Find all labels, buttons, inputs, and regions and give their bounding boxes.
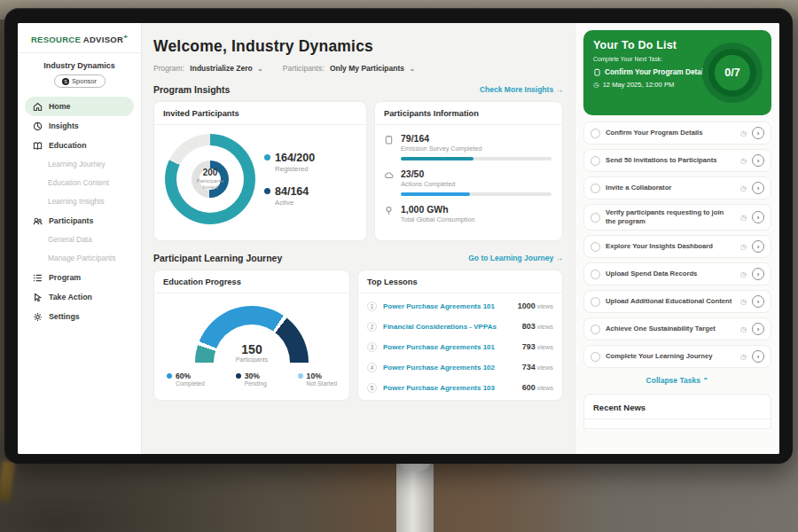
task-row[interactable]: Send 50 Invitations to Participants ◷ › [583,149,771,172]
legend-label: Active [275,199,309,207]
main-content: Welcome, Industry Dynamics Program: Indu… [142,23,575,454]
lesson-link[interactable]: Power Purchase Agreements 102 [383,364,516,372]
invited-participants-card: Invited Participants 200 Participants In… [153,101,367,241]
lesson-rank: 3 [367,342,377,352]
task-label: Confirm Your Program Details [606,129,735,137]
legend-dot-active [264,188,270,194]
sidebar-item-participants[interactable]: Participants [18,211,141,231]
task-checkbox[interactable] [591,352,600,362]
clock-icon: ◷ [740,214,747,222]
lesson-views-count: 793 [522,342,536,351]
task-row[interactable]: Achieve One Sustainability Target ◷ › [583,317,771,340]
gauge-center-value: 150 [195,342,309,356]
legend-label: Completed [176,380,205,387]
views-suffix: views [537,384,553,392]
donut-legend: 164/200 Registered 84/164 Active [264,152,315,207]
views-suffix: views [537,323,553,331]
participants-filter[interactable]: Participants: Only My Participants ⌄ [283,64,415,73]
chevron-right-button[interactable]: › [752,295,764,308]
sidebar-item-label: Home [49,102,70,111]
stat-row: 1,000 GWh Total Global Consumption [375,196,562,223]
task-row[interactable]: Complete Your Learning Journey ◷ › [583,345,771,368]
education-gauge-chart: 150 Participants [195,306,309,363]
task-checkbox[interactable] [591,270,600,279]
donut-center-label: Participants Invited [192,178,228,191]
sidebar-item-learning-journey[interactable]: Learning Journey [18,155,141,174]
lesson-views-count: 1000 [518,301,536,310]
sidebar-item-insights[interactable]: Insights [18,116,141,136]
arrow-right-icon: → [556,254,564,262]
task-checkbox[interactable] [591,297,600,307]
org-name: Industry Dynamics [18,61,141,70]
task-row[interactable]: Upload Additional Educational Content ◷ … [583,290,771,313]
task-label: Achieve One Sustainability Target [606,325,735,333]
task-row[interactable]: Verify participants requesting to join t… [583,204,771,231]
chevron-right-button[interactable]: › [752,127,764,139]
task-checkbox[interactable] [591,184,600,193]
sponsor-badge: S Sponsor [54,74,106,88]
clock-icon: ◷ [740,298,747,306]
task-row[interactable]: Invite a Collaborator ◷ › [583,176,771,200]
sidebar-item-education[interactable]: Education [18,136,141,155]
sidebar-item-education-content[interactable]: Education Content [18,174,141,192]
chevron-right-button[interactable]: › [752,350,764,363]
sidebar-item-label: Insights [49,121,79,130]
sidebar-item-general-data[interactable]: General Data [18,231,141,249]
chevron-right-button[interactable]: › [752,211,764,223]
lesson-rank: 5 [367,383,377,393]
lesson-link[interactable]: Power Purchase Agreements 101 [383,343,516,351]
task-checkbox[interactable] [591,129,600,138]
go-to-learning-journey-link[interactable]: Go to Learning Journey → [468,254,563,262]
home-icon [33,102,43,112]
legend-value: 84/164 [275,185,309,198]
chevron-right-button[interactable]: › [752,323,764,335]
legend-dot-completed [167,373,172,379]
chevron-right-button[interactable]: › [752,240,764,253]
logo-text-resource: RESOURCE [31,35,81,44]
sidebar-item-label: Education [49,141,87,150]
lesson-rank: 1 [367,301,377,311]
lesson-link[interactable]: Financial Considerations - VPPAs [383,323,516,331]
people-icon [33,216,43,226]
stat-row: 79/164 Emission Survey Completed [375,125,562,160]
lesson-views-count: 600 [522,383,536,392]
lesson-rank: 4 [367,363,377,372]
lightbulb-icon [384,206,394,223]
learning-cards-row: Education Progress 150 Participants 60% [153,270,563,401]
chevron-right-button[interactable]: › [752,268,764,280]
sidebar-item-settings[interactable]: Settings [18,307,141,326]
clipboard-icon [384,135,394,160]
sidebar-item-home[interactable]: Home [25,97,134,116]
task-checkbox[interactable] [591,156,600,166]
participants-filter-value: Only My Participants [330,64,404,73]
chevron-right-button[interactable]: › [752,182,764,194]
task-row[interactable]: Upload Spend Data Records ◷ › [583,262,771,286]
chevron-up-icon: ⌃ [702,376,708,385]
legend-value: 10% [307,372,337,380]
todo-due-date-label: 12 May 2025, 12:00 PM [603,81,675,89]
lesson-views-count: 803 [522,322,536,331]
collapse-tasks-link[interactable]: Collapse Tasks ⌃ [583,372,771,392]
lesson-link[interactable]: Power Purchase Agreements 103 [383,384,516,392]
task-row[interactable]: Confirm Your Program Details ◷ › [583,121,771,145]
program-filter-value: Industrialize Zero [190,64,252,73]
check-more-insights-link[interactable]: Check More Insights → [480,85,563,94]
program-filter[interactable]: Program: Industrialize Zero ⌄ [153,64,263,73]
legend-dot-not-started [298,373,303,379]
invited-donut-chart: 200 Participants Invited [165,134,255,224]
stat-value: 79/164 [401,133,552,144]
sidebar-item-manage-participants[interactable]: Manage Participants [18,249,141,268]
sidebar-item-take-action[interactable]: Take Action [18,287,141,307]
participants-filter-label: Participants: [283,64,325,73]
clipboard-icon [593,68,601,76]
views-suffix: views [537,343,553,351]
task-checkbox[interactable] [591,325,600,334]
task-checkbox[interactable] [591,242,600,252]
chevron-right-button[interactable]: › [752,154,764,167]
lesson-link[interactable]: Power Purchase Agreements 101 [383,302,512,310]
views-suffix: views [537,302,553,310]
sidebar-item-program[interactable]: Program [18,268,141,287]
sidebar-item-learning-insights[interactable]: Learning Insights [18,192,141,211]
task-row[interactable]: Explore Your Insights Dashboard ◷ › [583,235,771,258]
task-checkbox[interactable] [591,213,600,223]
